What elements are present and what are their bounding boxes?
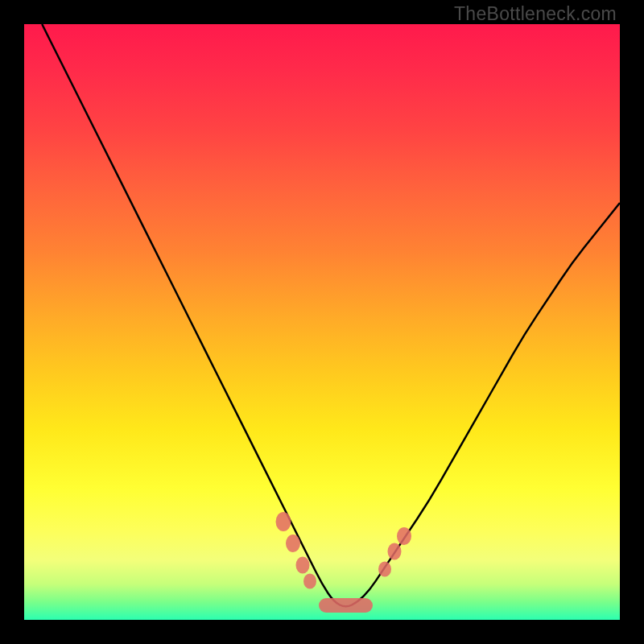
marker-left-2 <box>286 535 300 552</box>
marker-right-1 <box>378 562 391 577</box>
marker-left-3 <box>296 556 310 573</box>
watermark-label: TheBottleneck.com <box>454 3 617 25</box>
marker-left-1 <box>275 512 291 531</box>
chart-frame: TheBottleneck.com <box>0 0 644 644</box>
marker-right-2 <box>388 543 402 559</box>
curve-path <box>42 24 620 606</box>
plot-area <box>24 24 620 620</box>
marker-right-3 <box>397 527 411 545</box>
bottleneck-curve <box>24 24 620 620</box>
marker-left-4 <box>303 573 316 588</box>
trough-bar <box>319 598 373 613</box>
